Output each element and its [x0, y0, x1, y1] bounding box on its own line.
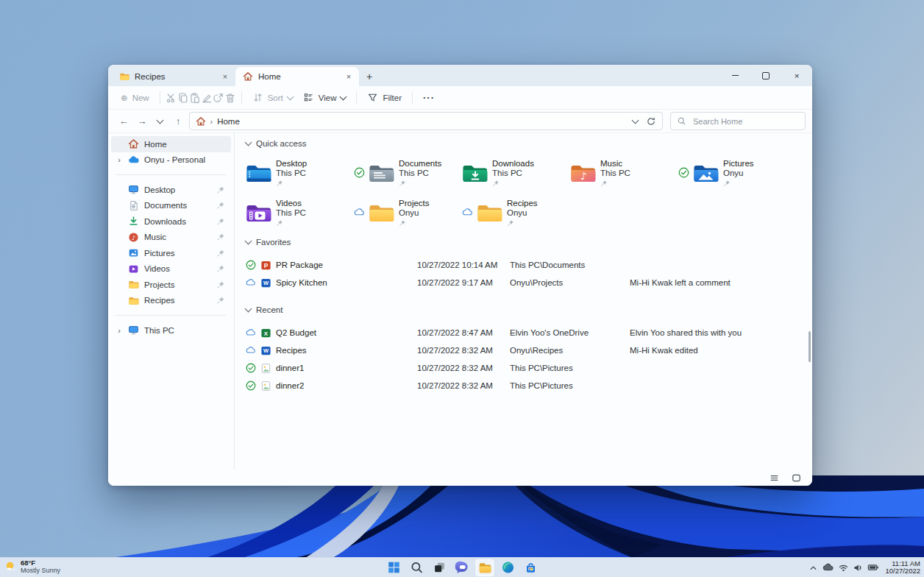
copy-icon[interactable] — [177, 92, 189, 104]
large-icons-view-button[interactable] — [791, 472, 802, 484]
sidebar-item-music[interactable]: Music — [111, 230, 231, 246]
tab-recipes[interactable]: Recipes × — [112, 67, 235, 86]
quick-access-tile-documents[interactable]: Documents This PC — [354, 155, 462, 190]
share-icon[interactable] — [213, 92, 224, 104]
sidebar-item-onedrive[interactable]: › Onyu - Personal — [111, 152, 231, 169]
tab-close-icon[interactable]: × — [343, 71, 355, 82]
sidebar-item-label: Recipes — [144, 296, 211, 305]
chevron-right-icon[interactable]: › — [115, 326, 123, 335]
documents-folder-icon — [369, 162, 395, 184]
filter-icon — [367, 92, 378, 103]
pin-icon — [492, 180, 534, 187]
task-view-button[interactable] — [430, 559, 449, 576]
delete-icon[interactable] — [224, 92, 236, 104]
chevron-right-icon[interactable]: › — [115, 155, 123, 164]
quick-access-tile-desktop[interactable]: Desktop This PC — [246, 155, 354, 190]
quick-access-tile-projects[interactable]: Projects Onyu — [354, 195, 462, 230]
quick-access-tile-videos[interactable]: Videos This PC — [246, 195, 354, 230]
refresh-icon[interactable] — [646, 116, 656, 127]
folder-icon — [119, 71, 129, 82]
maximize-button[interactable] — [750, 65, 781, 86]
tab-label: Home — [258, 72, 338, 81]
taskbar-clock[interactable]: 11:11 AM 10/27/2022 — [885, 560, 920, 576]
cut-icon[interactable] — [166, 92, 177, 104]
start-button[interactable] — [385, 559, 403, 576]
toolbar-divider — [241, 91, 242, 104]
hidden-icons-chevron[interactable] — [808, 562, 819, 573]
more-options-button[interactable]: ··· — [418, 89, 440, 106]
minimize-button[interactable] — [719, 65, 750, 86]
image-file-icon — [260, 380, 271, 392]
sidebar-item-label: Pictures — [144, 249, 211, 258]
close-button[interactable]: × — [781, 65, 812, 86]
file-name: Spicy Kitchen — [276, 278, 327, 287]
file-row-recipes[interactable]: Recipes 10/27/2022 8:32 AM Onyu\Recipes … — [246, 341, 812, 359]
quick-access-tile-music[interactable]: Music This PC — [570, 155, 678, 190]
file-row-pr-package[interactable]: PR Package 10/27/2022 10:14 AM This PC\D… — [246, 256, 812, 274]
file-row-dinner2[interactable]: dinner2 10/27/2022 8:32 AM This PC\Pictu… — [246, 377, 812, 394]
file-location: This PC\Pictures — [510, 364, 630, 372]
home-icon — [128, 138, 139, 149]
tile-location: This PC — [600, 169, 630, 179]
section-header-favorites[interactable]: Favorites — [246, 234, 812, 250]
battery-icon[interactable] — [867, 562, 879, 573]
search-box[interactable] — [670, 112, 806, 130]
quick-access-tile-pictures[interactable]: Pictures Onyu — [678, 155, 786, 190]
forward-button[interactable]: → — [133, 113, 152, 130]
file-row-q2-budget[interactable]: Q2 Budget 10/27/2022 8:47 AM Elvin Yoo's… — [246, 324, 812, 341]
tile-name: Music — [600, 159, 630, 169]
section-header-recent[interactable]: Recent — [246, 302, 812, 318]
sidebar-item-downloads[interactable]: Downloads — [111, 213, 231, 230]
folder-icon — [477, 202, 503, 224]
details-view-button[interactable] — [769, 472, 780, 484]
search-input[interactable] — [692, 116, 799, 127]
sidebar-item-home[interactable]: Home — [111, 136, 231, 152]
rename-icon[interactable] — [201, 92, 213, 104]
tile-name: Recipes — [507, 199, 538, 209]
breadcrumb[interactable]: › Home — [189, 112, 664, 130]
weather-icon — [4, 560, 17, 573]
section-header-quick-access[interactable]: Quick access — [246, 135, 812, 152]
file-location: This PC\Pictures — [510, 381, 630, 390]
quick-access-tile-downloads[interactable]: Downloads This PC — [462, 155, 570, 190]
taskbar-search-button[interactable] — [408, 559, 426, 576]
chevron-down-icon — [340, 93, 347, 100]
edge-button[interactable] — [499, 559, 517, 576]
file-date: 10/27/2022 8:47 AM — [417, 328, 510, 337]
quick-access-tile-recipes[interactable]: Recipes Onyu — [462, 195, 570, 230]
wifi-icon[interactable] — [838, 562, 849, 573]
tile-name: Desktop — [276, 159, 307, 169]
filter-button[interactable]: Filter — [362, 89, 407, 106]
file-row-dinner1[interactable]: dinner1 10/27/2022 8:32 AM This PC\Pictu… — [246, 359, 812, 377]
sidebar-item-pictures[interactable]: Pictures — [111, 245, 231, 261]
up-button[interactable]: ↑ — [169, 113, 188, 130]
scrollbar-thumb[interactable] — [808, 331, 811, 362]
tab-close-icon[interactable]: × — [219, 71, 231, 82]
sidebar-item-this-pc[interactable]: › This PC — [111, 322, 231, 339]
new-button[interactable]: ⊕ New — [115, 90, 154, 106]
store-button[interactable] — [522, 559, 540, 576]
new-tab-button[interactable]: + — [359, 67, 380, 86]
file-explorer-button[interactable] — [476, 559, 494, 576]
image-file-icon — [260, 363, 271, 374]
sidebar-item-label: Onyu - Personal — [144, 155, 225, 164]
file-row-spicy-kitchen[interactable]: Spicy Kitchen 10/27/2022 9:17 AM Onyu\Pr… — [246, 274, 812, 291]
sidebar-item-projects[interactable]: Projects — [111, 277, 231, 293]
back-button[interactable]: ← — [115, 113, 133, 130]
sidebar-item-label: Videos — [144, 264, 211, 273]
paste-icon[interactable] — [189, 92, 201, 104]
downloads-folder-icon — [462, 162, 488, 184]
sidebar-item-documents[interactable]: Documents — [111, 198, 231, 214]
volume-icon[interactable] — [853, 562, 864, 573]
sort-button[interactable]: Sort — [247, 89, 298, 106]
recent-locations-button[interactable] — [151, 113, 169, 130]
sidebar-item-desktop[interactable]: Desktop — [111, 182, 231, 198]
view-button[interactable]: View — [298, 89, 352, 106]
tab-home[interactable]: Home × — [235, 67, 359, 86]
address-dropdown-button[interactable] — [628, 113, 642, 130]
sidebar-item-videos[interactable]: Videos — [111, 261, 231, 277]
chat-button[interactable] — [453, 559, 472, 576]
sidebar-item-recipes[interactable]: Recipes — [111, 293, 231, 309]
onedrive-tray-icon[interactable] — [822, 562, 834, 573]
weather-widget[interactable]: 68°F Mostly Sunny — [4, 559, 60, 574]
